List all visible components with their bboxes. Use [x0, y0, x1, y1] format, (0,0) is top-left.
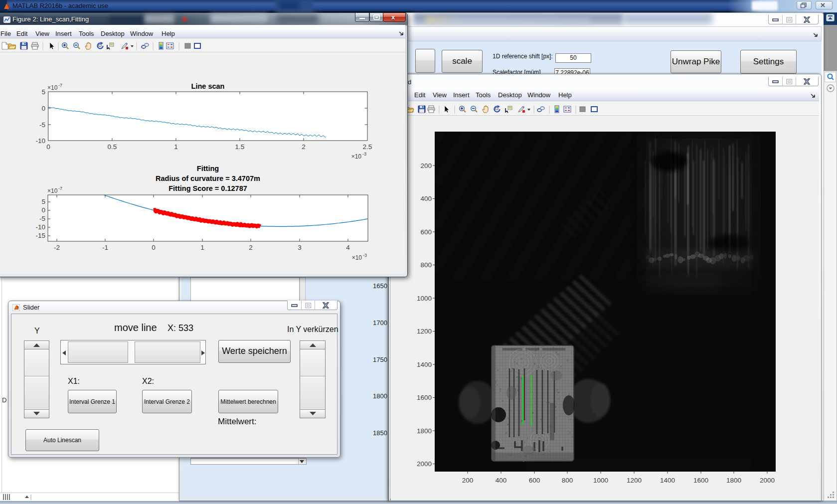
svg-text:1600: 1600	[417, 394, 432, 401]
svg-text:×10: ×10	[351, 153, 362, 160]
svg-text:1600: 1600	[693, 477, 708, 484]
svg-text:-7: -7	[58, 83, 62, 88]
svg-text:-3: -3	[362, 152, 366, 157]
svg-text:Fitting: Fitting	[197, 165, 219, 172]
svg-text:2.5: 2.5	[363, 143, 372, 151]
svg-text:1400: 1400	[417, 361, 432, 368]
svg-text:5: 5	[41, 198, 45, 205]
svg-text:1: 1	[200, 244, 204, 251]
svg-text:-10: -10	[35, 137, 45, 145]
svg-text:×10: ×10	[47, 84, 58, 91]
svg-text:-7: -7	[58, 186, 62, 191]
svg-text:4: 4	[346, 244, 350, 251]
svg-text:800: 800	[420, 261, 432, 269]
svg-text:3: 3	[298, 244, 302, 251]
svg-text:1: 1	[174, 143, 178, 151]
svg-text:×10: ×10	[352, 254, 362, 261]
svg-text:0: 0	[41, 105, 45, 112]
svg-text:×10: ×10	[47, 187, 58, 194]
svg-text:1200: 1200	[627, 477, 642, 484]
svg-text:2: 2	[302, 143, 306, 151]
svg-text:1800: 1800	[417, 427, 432, 435]
svg-text:-15: -15	[35, 232, 45, 239]
svg-text:0: 0	[152, 244, 156, 251]
svg-text:1800: 1800	[726, 477, 741, 484]
svg-text:0: 0	[41, 206, 45, 214]
svg-text:0: 0	[46, 143, 50, 151]
svg-text:Radius of curvature = 3.4707m: Radius of curvature = 3.4707m	[156, 174, 260, 182]
svg-text:1000: 1000	[593, 477, 608, 484]
svg-text:-5: -5	[39, 215, 45, 222]
svg-text:0.5: 0.5	[108, 143, 117, 151]
svg-text:2000: 2000	[417, 460, 432, 468]
svg-text:400: 400	[496, 477, 507, 484]
svg-text:2: 2	[249, 244, 253, 251]
svg-text:-2: -2	[54, 244, 60, 251]
svg-text:1200: 1200	[417, 328, 432, 335]
svg-text:600: 600	[529, 477, 540, 484]
svg-text:2000: 2000	[760, 477, 775, 484]
svg-text:-5: -5	[39, 121, 45, 129]
svg-text:600: 600	[420, 228, 432, 236]
svg-text:-10: -10	[35, 223, 45, 231]
svg-text:800: 800	[562, 477, 573, 484]
svg-text:-3: -3	[363, 253, 367, 258]
svg-text:200: 200	[420, 162, 432, 169]
svg-text:Fitting Score = 0.12787: Fitting Score = 0.12787	[168, 184, 247, 192]
svg-text:-1: -1	[102, 244, 108, 251]
svg-text:200: 200	[462, 477, 474, 484]
svg-text:400: 400	[420, 195, 432, 202]
svg-text:1.5: 1.5	[235, 143, 245, 151]
svg-text:1400: 1400	[660, 477, 675, 484]
svg-text:5: 5	[41, 88, 45, 96]
svg-text:Line scan: Line scan	[191, 82, 225, 90]
svg-text:1000: 1000	[417, 295, 432, 302]
